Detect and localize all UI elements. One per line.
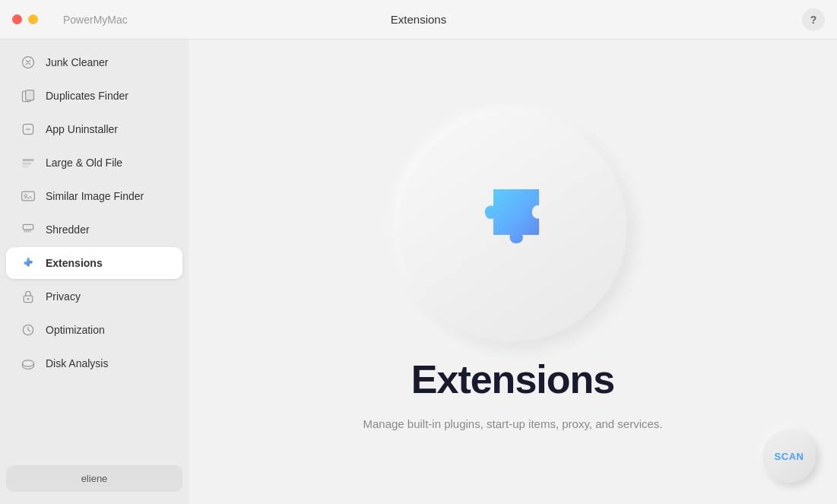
sidebar-item-label: Disk Analysis (46, 357, 108, 369)
sidebar-item-label: Large & Old File (46, 157, 122, 169)
sidebar-item-label: Shredder (46, 223, 90, 236)
svg-rect-7 (22, 192, 35, 201)
disk-analysis-icon (20, 355, 36, 372)
app-title: PowerMyMac (63, 14, 128, 26)
svg-point-8 (24, 195, 27, 197)
extensions-icon (20, 255, 36, 271)
sidebar-item-label: Optimization (46, 324, 105, 336)
close-button[interactable] (12, 14, 22, 24)
header-title: Extensions (391, 13, 446, 26)
icon-circle (398, 113, 626, 341)
sidebar-item-label: Duplicates Finder (46, 90, 128, 102)
sidebar-item-shredder[interactable]: Shredder (6, 214, 182, 246)
svg-rect-6 (23, 166, 29, 167)
junk-cleaner-icon (20, 54, 36, 71)
content-subtitle: Manage built-in plugins, start-up items,… (363, 417, 662, 430)
sidebar-item-app-uninstaller[interactable]: App Uninstaller (6, 113, 182, 145)
sidebar: Junk Cleaner Duplicates Finder App Unins… (0, 40, 189, 504)
svg-rect-5 (23, 163, 32, 165)
traffic-lights (12, 14, 54, 24)
sidebar-item-privacy[interactable]: Privacy (6, 281, 182, 312)
title-bar: PowerMyMac Extensions ? (0, 0, 837, 40)
svg-point-13 (23, 360, 34, 366)
sidebar-item-label: Junk Cleaner (46, 56, 109, 68)
sidebar-item-extensions[interactable]: Extensions (6, 247, 182, 279)
sidebar-item-disk-analysis[interactable]: Disk Analysis (6, 347, 182, 379)
large-old-file-icon (20, 154, 36, 171)
main-layout: Junk Cleaner Duplicates Finder App Unins… (0, 40, 837, 504)
app-uninstaller-icon (20, 121, 36, 138)
svg-rect-9 (23, 224, 33, 230)
sidebar-bottom: eliene (0, 459, 189, 498)
sidebar-item-label: App Uninstaller (46, 123, 118, 135)
sidebar-item-duplicates-finder[interactable]: Duplicates Finder (6, 80, 182, 112)
shredder-icon (20, 221, 36, 238)
sidebar-item-label: Extensions (46, 257, 103, 269)
user-badge[interactable]: eliene (6, 465, 182, 492)
scan-button[interactable]: SCAN (762, 430, 816, 483)
minimize-button[interactable] (28, 14, 38, 24)
sidebar-item-large-old-file[interactable]: Large & Old File (6, 147, 182, 179)
duplicates-finder-icon (20, 87, 36, 104)
sidebar-item-label: Privacy (46, 290, 81, 303)
privacy-icon (20, 288, 36, 305)
sidebar-item-label: Similar Image Finder (46, 190, 144, 202)
sidebar-item-optimization[interactable]: Optimization (6, 314, 182, 346)
content-inner: Extensions Manage built-in plugins, star… (363, 113, 662, 430)
similar-image-finder-icon (20, 188, 36, 204)
svg-rect-2 (26, 90, 34, 100)
optimization-icon (20, 322, 36, 338)
content-title: Extensions (411, 357, 614, 402)
sidebar-item-junk-cleaner[interactable]: Junk Cleaner (6, 46, 182, 78)
svg-rect-4 (23, 159, 34, 161)
help-button[interactable]: ? (802, 8, 825, 31)
sidebar-item-similar-image-finder[interactable]: Similar Image Finder (6, 180, 182, 212)
extensions-main-icon (452, 166, 573, 288)
content-area: Extensions Manage built-in plugins, star… (189, 40, 837, 504)
svg-point-11 (27, 298, 30, 300)
